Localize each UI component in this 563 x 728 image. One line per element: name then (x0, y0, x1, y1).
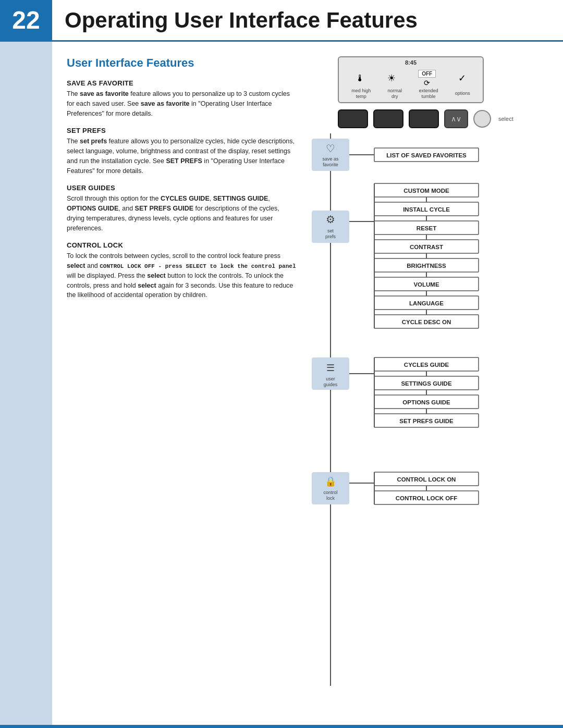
svg-text:INSTALL CYCLE: INSTALL CYCLE (403, 206, 450, 213)
svg-text:control: control (323, 490, 337, 495)
select-label: select (498, 116, 513, 122)
ctrl-btn-3[interactable] (409, 109, 439, 128)
svg-text:SETTINGS GUIDE: SETTINGS GUIDE (401, 380, 451, 387)
svg-text:LIST OF SAVED FAVORITES: LIST OF SAVED FAVORITES (386, 152, 467, 158)
diagram-svg: ♡ save as favorite LIST OF SAVED FAVORIT… (312, 133, 505, 686)
dry-icon: ☀ (387, 72, 396, 84)
ctrl-btn-2[interactable] (373, 109, 403, 128)
dry-label: normaldry (388, 88, 402, 100)
tumble-label: extendedtumble (419, 88, 438, 100)
display-panel: 8:45 🌡 ☀ OFF ⟳ ✓ med hightemp normaldry (338, 56, 484, 103)
svg-text:OPTIONS GUIDE: OPTIONS GUIDE (402, 399, 450, 405)
options-icon: ✓ (458, 72, 466, 84)
sidebar-accent (0, 42, 52, 728)
set-prefs-heading: SET PREFS (67, 127, 296, 134)
svg-text:CYCLE DESC ON: CYCLE DESC ON (402, 319, 451, 325)
svg-text:LANGUAGE: LANGUAGE (409, 300, 444, 306)
svg-text:♡: ♡ (326, 143, 335, 154)
svg-text:CONTRAST: CONTRAST (410, 244, 443, 250)
display-time: 8:45 (405, 59, 417, 66)
svg-text:VOLUME: VOLUME (413, 281, 439, 288)
save-as-favorite-heading: SAVE AS FAVORITE (67, 79, 296, 87)
off-badge: OFF (418, 70, 436, 78)
svg-text:set: set (327, 228, 334, 233)
svg-text:CONTROL LOCK ON: CONTROL LOCK ON (397, 476, 456, 483)
diagram-column: 8:45 🌡 ☀ OFF ⟳ ✓ med hightemp normaldry (307, 56, 548, 713)
section-title: User Interface Features (67, 56, 296, 70)
svg-text:SET PREFS GUIDE: SET PREFS GUIDE (399, 418, 454, 424)
tumble-icon: ⟳ (424, 79, 430, 87)
user-guides-heading: USER GUIDES (67, 184, 296, 192)
user-guides-body: Scroll through this option for the CYCLE… (67, 194, 296, 233)
svg-text:user: user (326, 376, 335, 381)
svg-text:🔒: 🔒 (325, 476, 337, 487)
text-column: User Interface Features SAVE AS FAVORITE… (67, 56, 307, 713)
page-header: 22 Operating User Interface Features (0, 0, 563, 42)
ctrl-btn-arrow[interactable]: ∧∨ (444, 109, 468, 128)
svg-text:RESET: RESET (417, 225, 436, 231)
temp-icon: 🌡 (356, 73, 365, 84)
svg-text:☰: ☰ (326, 363, 335, 373)
svg-text:BRIGHTNESS: BRIGHTNESS (407, 263, 446, 269)
ctrl-btn-circle[interactable] (473, 110, 491, 128)
temp-label: med hightemp (351, 88, 371, 100)
svg-text:⚙: ⚙ (326, 214, 335, 225)
svg-text:guides: guides (324, 382, 338, 387)
svg-text:save as: save as (322, 156, 339, 162)
control-lock-body: To lock the controls between cycles, scr… (67, 251, 296, 300)
save-as-favorite-body: The save as favorite feature allows you … (67, 89, 296, 118)
options-label: options (455, 91, 470, 96)
content-area: User Interface Features SAVE AS FAVORITE… (52, 42, 563, 728)
control-lock-heading: CONTROL LOCK (67, 241, 296, 249)
page-title: Operating User Interface Features (52, 0, 418, 40)
main-content: User Interface Features SAVE AS FAVORITE… (0, 42, 563, 728)
svg-text:CYCLES GUIDE: CYCLES GUIDE (404, 362, 449, 368)
svg-text:CONTROL LOCK OFF: CONTROL LOCK OFF (396, 495, 458, 501)
chapter-number: 22 (0, 0, 52, 40)
set-prefs-body: The set prefs feature allows you to pers… (67, 137, 296, 176)
svg-text:CUSTOM MODE: CUSTOM MODE (403, 188, 449, 194)
svg-text:favorite: favorite (323, 162, 338, 167)
svg-text:lock: lock (326, 496, 335, 501)
bottom-bar (0, 725, 563, 728)
ctrl-btn-1[interactable] (338, 109, 368, 128)
button-row: ∧∨ select (338, 109, 548, 128)
svg-text:prefs: prefs (325, 234, 336, 239)
